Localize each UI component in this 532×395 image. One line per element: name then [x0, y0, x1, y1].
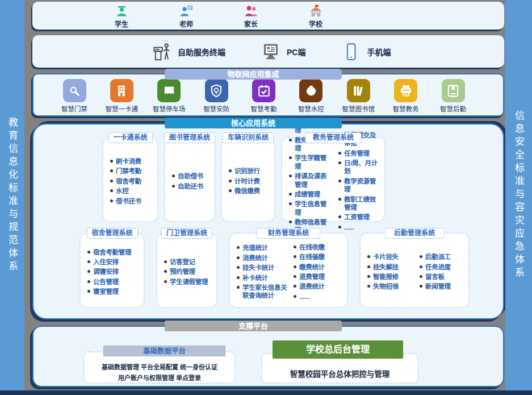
- user-label: 家长: [244, 19, 258, 28]
- bullet-icon: [289, 202, 292, 205]
- terminal-item: 自助服务终端: [152, 41, 225, 62]
- iot-tile: [252, 79, 275, 102]
- core-row-1: 一卡通系统 刷卡消费: [102, 137, 386, 222]
- bullet-icon: [110, 160, 113, 163]
- basic-platform-line-1: 基础数据管理 平台全局配置 统一身份认证: [85, 362, 234, 373]
- terminal-label: 手机端: [367, 46, 391, 57]
- feature-item: 教学资源管理: [338, 177, 382, 194]
- terminal-item: PC端: [261, 41, 305, 62]
- bullet-icon: [367, 275, 370, 278]
- bullet-icon: [338, 226, 341, 228]
- feature-item: 成绩管理: [289, 190, 333, 198]
- feature-item: 借书还书: [110, 197, 155, 205]
- iot-section-badge: 物联网应用集成: [165, 69, 342, 80]
- iot-tile: [157, 79, 181, 102]
- water-control-icon: [303, 83, 319, 99]
- feature-item: 缴费统计: [294, 263, 345, 271]
- bullet-icon: [87, 280, 90, 283]
- feature-item: 寝室管理: [87, 288, 141, 296]
- feature-item: 卡片挂失: [367, 253, 414, 261]
- feature-item: 学生请假管理: [164, 278, 214, 286]
- bullet-icon: [367, 285, 370, 288]
- feature-item: 日/周、月计划: [338, 159, 382, 176]
- logistics-clipboard-icon: [445, 83, 461, 99]
- iot-item: 智慧水控: [291, 79, 332, 115]
- school-admin-badge: 学校总后台管理: [273, 340, 403, 359]
- kiosk-icon: [152, 41, 172, 62]
- iot-item: 智慧图书馆: [338, 79, 379, 115]
- iot-tile: [299, 79, 322, 102]
- system-box-column: 宿舍考勤管理 入住安排: [83, 240, 141, 303]
- left-banner-text: 教育信息化标准与规范体系: [5, 117, 19, 274]
- user-label: 老师: [179, 19, 193, 28]
- feature-item: 自助还书: [172, 182, 212, 190]
- feature-item: 微信缴费: [229, 187, 272, 195]
- iot-item: 智慧教务: [386, 79, 426, 115]
- feature-item: 任务管理: [338, 149, 382, 157]
- feature-item: 退费统计: [294, 282, 345, 290]
- bullet-icon: [237, 266, 240, 269]
- system-box-column: 自助借书 自助还书: [167, 145, 212, 218]
- system-box-title: 一卡通系统: [108, 132, 152, 143]
- bullet-icon: [237, 276, 240, 279]
- iot-item: 智慧后勤: [433, 79, 474, 115]
- bullet-icon: [294, 295, 296, 298]
- system-box-column: 学生评分管理 教师评课管理: [284, 145, 333, 218]
- core-panel: 一卡通系统 刷卡消费: [32, 123, 504, 319]
- system-box: 门卫管理系统 访客登记: [156, 232, 217, 308]
- bullet-icon: [164, 260, 167, 263]
- iot-tile: [394, 79, 417, 102]
- bullet-icon: [420, 265, 422, 268]
- bullet-icon: [294, 265, 296, 268]
- parking-icon: [161, 83, 177, 99]
- teacher-icon: [179, 3, 194, 19]
- bullet-icon: [294, 275, 296, 278]
- bullet-icon: [338, 152, 341, 155]
- system-box: 图书管理系统 自助借书: [164, 137, 215, 222]
- bottom-strip: [0, 390, 532, 395]
- parents-icon: [244, 3, 259, 19]
- feature-item: ......: [294, 293, 345, 301]
- users-panel: 学生 老师 家长 学校: [32, 2, 504, 30]
- school-admin-text: 智慧校园平台总体把控与管理: [290, 370, 390, 379]
- bullet-icon: [229, 180, 232, 182]
- core-row-2: 宿舍管理系统 宿舍考勤管理: [79, 232, 470, 308]
- iot-label: 智慧后勤: [440, 104, 466, 113]
- bullet-icon: [367, 265, 370, 268]
- user-item: 家长: [234, 3, 267, 28]
- feature-item: 补卡统计: [237, 274, 288, 282]
- academic-printer-icon: [398, 83, 414, 99]
- system-box: 一卡通系统 刷卡消费: [102, 137, 158, 222]
- iot-item: 智慧安防: [196, 79, 237, 115]
- bullet-icon: [420, 275, 422, 278]
- feature-item: 计时计费: [229, 177, 272, 185]
- feature-item: 挂失卡统计: [237, 264, 288, 272]
- smart-campus-architecture-diagram: 教育信息化标准与规范体系 信息安全标准与容灾应急体系 学生 老师 家长 学: [0, 0, 532, 395]
- system-box: 财务管理系统 充值统计: [229, 232, 348, 308]
- system-box-title: 教务管理系统: [305, 132, 362, 143]
- terminal-label: 自助服务终端: [178, 46, 225, 57]
- feature-item: 在线催缴: [294, 253, 345, 261]
- feature-item: 后勤派工: [420, 253, 466, 261]
- system-box-column: 卡片挂失 挂失解挂: [363, 240, 414, 303]
- system-box-title: 图书管理系统: [164, 132, 215, 143]
- bullet-icon: [172, 185, 175, 188]
- feature-item: 挂失解挂: [367, 263, 414, 271]
- iot-label: 智慧门禁: [61, 104, 87, 113]
- left-standards-banner: 教育信息化标准与规范体系: [0, 0, 24, 390]
- terminal-label: PC端: [287, 46, 305, 57]
- user-item: 老师: [170, 3, 203, 28]
- bullet-icon: [87, 270, 90, 273]
- feature-item: 公告管理: [87, 278, 141, 286]
- feature-item: 宿舍考勤: [110, 177, 155, 185]
- feature-item: 入住安排: [87, 258, 141, 266]
- system-box-title: 财务管理系统: [256, 228, 320, 239]
- right-security-banner: 信息安全标准与容灾应急体系: [505, 0, 532, 390]
- feature-item: 访客登记: [164, 258, 214, 266]
- basic-data-platform-badge: 基础数据平台: [103, 346, 225, 356]
- bullet-icon: [338, 161, 341, 164]
- bullet-icon: [289, 139, 292, 142]
- iot-label: 智慧水控: [298, 104, 324, 113]
- bullet-icon: [289, 156, 292, 159]
- feature-item: 任务进度: [420, 263, 466, 271]
